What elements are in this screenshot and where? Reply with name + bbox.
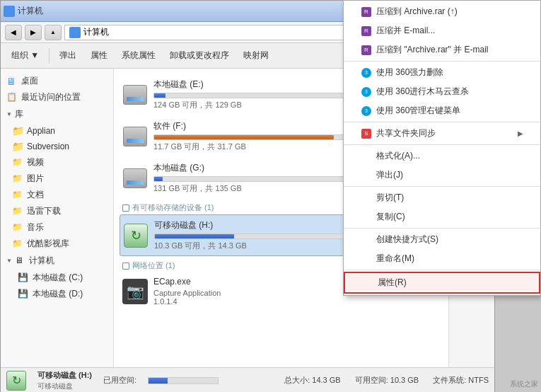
share-arrow: ▶ <box>518 129 523 137</box>
sidebar-item-video[interactable]: 📁 视频 <box>1 154 113 171</box>
hdd-graphic-e <box>123 85 147 105</box>
drive-bar-fill-e <box>154 93 165 98</box>
hdd-graphic-g <box>123 168 147 188</box>
ctx-sep-6 <box>344 270 540 270</box>
sidebar-label-computer: 计算机 <box>29 255 54 267</box>
ctx-item-create-shortcut[interactable]: 创建快捷方式(S) <box>344 230 540 249</box>
camera-icon: 📷 <box>122 279 148 304</box>
properties-button[interactable]: 属性 <box>84 46 114 66</box>
drive-icon-f <box>122 124 148 149</box>
ctx-label-360-trojan: 使用 360进行木马云查杀 <box>376 86 469 98</box>
sidebar-item-music[interactable]: 📁 音乐 <box>1 219 113 236</box>
eject-icon <box>361 170 372 181</box>
ctx-item-360-manage[interactable]: 3 使用 360管理右键菜单 <box>344 101 540 120</box>
cut-icon <box>361 192 372 204</box>
sidebar-item-applian[interactable]: 📁 Applian <box>1 123 113 139</box>
ctx-label-copy: 复制(C) <box>376 211 405 223</box>
ctx-label-properties: 属性(R) <box>378 277 407 289</box>
ctx-label-compress-email: 压缩并 E-mail... <box>376 25 435 37</box>
recent-icon: 📋 <box>6 92 18 103</box>
sidebar-label-desktop: 桌面 <box>21 75 38 87</box>
title-bar-left: 计算机 <box>4 5 43 17</box>
toolbar-separator-1 <box>49 48 50 64</box>
organize-button[interactable]: 组织 ▼ <box>5 46 45 66</box>
ctx-label-rename: 重命名(M) <box>376 253 414 265</box>
sidebar-item-recent[interactable]: 📋 最近访问的位置 <box>1 89 113 105</box>
sidebar-section-computer[interactable]: ▼ 🖥 计算机 <box>1 252 113 270</box>
address-icon <box>69 27 81 38</box>
documents-icon: 📁 <box>12 190 23 201</box>
ctx-sep-2 <box>344 122 540 122</box>
sidebar-item-d-drive[interactable]: 💾 本地磁盘 (D:) <box>1 286 113 302</box>
sidebar-item-c-drive[interactable]: 💾 本地磁盘 (C:) <box>1 270 113 286</box>
ctx-item-compress-archive-email[interactable]: R 压缩到 "Archive.rar" 并 E-mail <box>344 40 540 59</box>
window-icon <box>4 6 15 17</box>
ctx-sep-1 <box>344 61 540 62</box>
ctx-item-compress-archive-up[interactable]: R 压缩到 Archive.rar (↑) <box>344 2 540 21</box>
share-icon: S <box>361 128 372 139</box>
sidebar-item-subversion[interactable]: 📁 Subversion <box>1 139 113 154</box>
ctx-item-rename[interactable]: 重命名(M) <box>344 249 540 268</box>
ctx-item-cut[interactable]: 剪切(T) <box>344 188 540 207</box>
status-bar-progress <box>148 377 219 384</box>
forward-button[interactable]: ▶ <box>25 25 42 40</box>
sidebar-item-youku[interactable]: 📁 优酷影视库 <box>1 236 113 252</box>
music-icon: 📁 <box>12 222 23 234</box>
sidebar-item-desktop[interactable]: 🖥 桌面 <box>1 73 113 89</box>
format-icon <box>361 151 372 162</box>
status-used-label: 已用空间: <box>103 375 136 386</box>
360-icon-1: 3 <box>361 67 372 79</box>
status-filesystem: 文件系统: NTFS <box>433 375 489 386</box>
desktop-icon: 🖥 <box>6 76 18 87</box>
shortcut-icon <box>361 234 372 246</box>
sidebar-label-documents: 文档 <box>27 189 44 201</box>
status-free: 可用空间: 10.3 GB <box>355 375 419 386</box>
drive-icon-e <box>122 82 148 108</box>
address-text: 计算机 <box>83 26 109 38</box>
ctx-label-360-delete: 使用 360强力删除 <box>376 67 443 79</box>
watermark: 系统之家 <box>510 379 538 389</box>
up-button[interactable]: ▲ <box>45 25 62 40</box>
sidebar-label-music: 音乐 <box>27 221 44 234</box>
sidebar-label-applian: Applian <box>27 126 55 136</box>
computer-icon: 🖥 <box>15 255 26 267</box>
ctx-item-compress-email[interactable]: R 压缩并 E-mail... <box>344 21 540 40</box>
ctx-item-copy[interactable]: 复制(C) <box>344 207 540 226</box>
rename-icon <box>361 253 372 265</box>
status-bar-fill <box>149 378 167 384</box>
ctx-label-create-shortcut: 创建快捷方式(S) <box>376 234 438 246</box>
map-drive-button[interactable]: 映射网 <box>237 46 275 66</box>
status-bar: ↻ 可移动磁盘 (H:) 可移动磁盘 已用空间: 总大小: 14.3 GB 可用… <box>1 367 494 392</box>
system-props-button[interactable]: 系统属性 <box>115 46 162 66</box>
ctx-sep-3 <box>344 144 540 145</box>
drive-icon-h: ↻ <box>123 223 149 248</box>
ctx-item-properties[interactable]: 属性(R) <box>344 272 540 294</box>
back-button[interactable]: ◀ <box>5 25 22 40</box>
computer-triangle-icon: ▼ <box>6 258 12 264</box>
360-icon-3: 3 <box>361 105 372 117</box>
sidebar-section-library[interactable]: ▼ 库 <box>1 105 113 123</box>
sidebar-label-video: 视频 <box>27 156 44 168</box>
drive-bar-fill-h <box>155 234 234 238</box>
uninstall-button[interactable]: 卸载或更改程序 <box>163 46 235 66</box>
ctx-item-360-delete[interactable]: 3 使用 360强力删除 <box>344 63 540 82</box>
copy-icon <box>361 212 372 223</box>
ctx-item-share-sync[interactable]: S 共享文件夹同步 ▶ <box>344 124 540 143</box>
context-menu: R 压缩到 Archive.rar (↑) R 压缩并 E-mail... R … <box>343 0 541 296</box>
ecap-version: 1.0.1.4 <box>153 297 440 306</box>
removable-header-text: 有可移动存储的设备 (1) <box>132 202 214 213</box>
sidebar-item-downloads[interactable]: 📁 迅雷下载 <box>1 203 113 219</box>
sidebar-item-documents[interactable]: 📁 文档 <box>1 187 113 203</box>
pictures-icon: 📁 <box>12 173 23 185</box>
ctx-item-360-trojan[interactable]: 3 使用 360进行木马云查杀 <box>344 82 540 101</box>
ctx-item-format[interactable]: 格式化(A)... <box>344 146 540 166</box>
sidebar-label-c: 本地磁盘 (C:) <box>33 272 83 284</box>
folder-icon-subversion: 📁 <box>12 141 23 152</box>
sidebar-label-pictures: 图片 <box>27 173 44 185</box>
ctx-item-eject[interactable]: 弹出(J) <box>344 166 540 185</box>
eject-button[interactable]: 弹出 <box>53 46 83 66</box>
sidebar-item-pictures[interactable]: 📁 图片 <box>1 171 113 187</box>
ctx-label-format: 格式化(A)... <box>376 150 420 162</box>
d-drive-icon: 💾 <box>18 289 29 300</box>
sidebar-label-subversion: Subversion <box>27 142 69 151</box>
